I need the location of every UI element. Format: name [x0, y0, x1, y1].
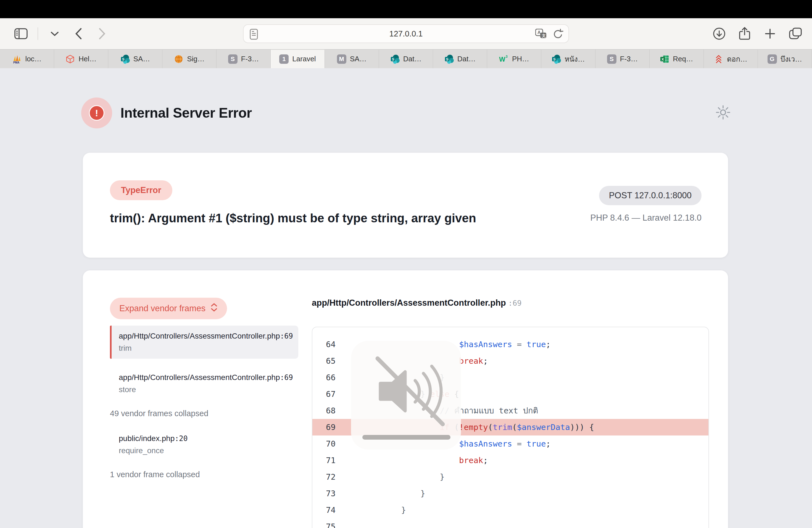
code-line-number: 75	[313, 522, 343, 528]
excel-favicon-icon: X	[660, 54, 669, 64]
snippet-file-header: app/Http/Controllers/AssessmentControlle…	[312, 298, 522, 308]
tab-label: Hel…	[78, 55, 97, 63]
theme-toggle-sun-icon[interactable]	[715, 105, 731, 120]
sharepoint-favicon-icon: S	[390, 54, 400, 64]
share-icon[interactable]	[737, 27, 752, 41]
code-line: 75	[313, 518, 708, 528]
url-text: 127.0.0.1	[389, 29, 423, 39]
svg-text:文: 文	[541, 33, 546, 38]
tab-overview-icon[interactable]	[788, 27, 802, 41]
code-line-number: 65	[313, 356, 343, 366]
menu-bar-space	[0, 0, 812, 18]
collapsed-frames-label: 49 vendor frames collapsed	[110, 409, 298, 418]
code-line: 74 }	[313, 502, 708, 518]
stack-frame[interactable]: public/index.php:20 require_once	[110, 428, 298, 461]
error-page: ! Internal Server Error TypeError trim()…	[0, 68, 812, 528]
browser-toolbar: 127.0.0.1 A 文	[0, 18, 812, 49]
laravel-favicon-icon	[66, 54, 75, 64]
tab-label: SA…	[350, 55, 367, 63]
browser-tab[interactable]: G บึงเว…	[758, 50, 812, 68]
browser-tab[interactable]: 1 Laravel	[271, 50, 325, 68]
code-line-number: 70	[313, 439, 343, 449]
error-summary-card: TypeError trim(): Argument #1 ($string) …	[83, 153, 728, 258]
browser-tab[interactable]: S หนัง…	[541, 50, 595, 68]
browser-tab[interactable]: S F-3…	[217, 50, 271, 68]
tab-label: Dat…	[458, 55, 476, 63]
tab-label: บึงเว…	[781, 53, 802, 64]
stack-frame[interactable]: app/Http/Controllers/AssessmentControlle…	[110, 367, 298, 400]
reload-icon[interactable]	[553, 29, 563, 41]
environment-versions: PHP 8.4.6 — Laravel 12.18.0	[590, 213, 701, 223]
stack-frame-method: trim	[119, 344, 291, 353]
collapsed-frames-label: 1 vendor frame collapsed	[110, 470, 298, 479]
letter-tile-favicon-icon: M	[337, 54, 346, 64]
stack-frame[interactable]: app/Http/Controllers/AssessmentControlle…	[110, 326, 298, 359]
code-line-number: 68	[313, 406, 343, 415]
svg-text:S: S	[446, 57, 449, 61]
page-title: Internal Server Error	[120, 105, 252, 121]
tab-label: หนัง…	[565, 53, 585, 64]
chevron-down-icon[interactable]	[47, 27, 62, 41]
new-tab-icon[interactable]	[763, 27, 777, 41]
expand-vendor-frames-button[interactable]: Expand vendor frames	[110, 298, 227, 319]
svg-text:PMA: PMA	[13, 61, 19, 64]
svg-text:S: S	[392, 57, 394, 61]
code-line: 72 }	[313, 469, 708, 485]
browser-tab[interactable]: PMA loc…	[0, 50, 54, 68]
code-line-number: 74	[313, 505, 343, 515]
muted-speaker-icon	[363, 348, 449, 434]
browser-tab[interactable]: Sig…	[162, 50, 217, 68]
stack-frames-list: app/Http/Controllers/AssessmentControlle…	[110, 326, 298, 489]
sharepoint-favicon-icon: S	[552, 54, 561, 64]
exclamation-icon: !	[89, 105, 104, 121]
pma-favicon-icon: PMA	[12, 54, 21, 64]
browser-tab[interactable]: ดอก…	[704, 50, 758, 68]
browser-tab[interactable]: X Req…	[650, 50, 704, 68]
page-header: ! Internal Server Error	[81, 98, 252, 128]
sidebar-icon[interactable]	[14, 27, 28, 41]
browser-tab[interactable]: S F-3…	[595, 50, 650, 68]
forward-icon[interactable]	[95, 27, 110, 41]
back-icon[interactable]	[71, 27, 86, 41]
code-line-number: 64	[313, 340, 343, 349]
browser-tab[interactable]: S Dat…	[379, 50, 433, 68]
browser-tab[interactable]: W3 PH…	[487, 50, 541, 68]
snippet-line-number: :69	[508, 299, 522, 307]
browser-tab[interactable]: S Dat…	[433, 50, 487, 68]
browser-tab[interactable]: S SA…	[108, 50, 162, 68]
svg-text:S: S	[553, 57, 556, 61]
tab-label: Laravel	[292, 55, 316, 63]
tab-label: ดอก…	[727, 53, 748, 64]
request-method-badge: POST 127.0.0.1:8000	[599, 186, 701, 205]
tab-label: F-3…	[241, 55, 259, 63]
address-bar[interactable]: 127.0.0.1 A 文	[243, 24, 569, 43]
code-line-number: 73	[313, 489, 343, 498]
unfold-chevrons-icon	[211, 303, 218, 314]
code-line-number: 72	[313, 472, 343, 482]
tab-label: F-3…	[620, 55, 638, 63]
tab-label: Req…	[673, 55, 693, 63]
reader-icon[interactable]	[250, 29, 258, 41]
download-icon[interactable]	[712, 27, 726, 41]
code-line-number: 67	[313, 390, 343, 399]
browser-tab[interactable]: M SA…	[325, 50, 379, 68]
stack-frame-method: require_once	[119, 446, 291, 455]
tab-label: SA…	[133, 55, 150, 63]
code-line: 71 break;	[313, 452, 708, 469]
letter-tile-favicon-icon: 1	[279, 54, 289, 64]
code-line-text: }	[343, 489, 425, 498]
code-line-text: }	[343, 472, 445, 482]
volume-mute-hud	[351, 341, 461, 450]
letter-tile-favicon-icon: G	[768, 54, 777, 64]
tab-label: Sig…	[187, 55, 205, 63]
svg-text:3: 3	[506, 55, 508, 59]
error-icon: !	[81, 98, 112, 128]
tab-label: loc…	[25, 55, 41, 63]
letter-tile-favicon-icon: S	[228, 54, 237, 64]
sharepoint-favicon-icon: S	[120, 54, 130, 64]
browser-tab[interactable]: Hel…	[54, 50, 108, 68]
code-line: 73 }	[313, 485, 708, 502]
stack-frame-file: app/Http/Controllers/AssessmentControlle…	[119, 332, 291, 340]
translate-icon[interactable]: A 文	[535, 29, 547, 41]
code-line-text: }	[343, 505, 406, 515]
